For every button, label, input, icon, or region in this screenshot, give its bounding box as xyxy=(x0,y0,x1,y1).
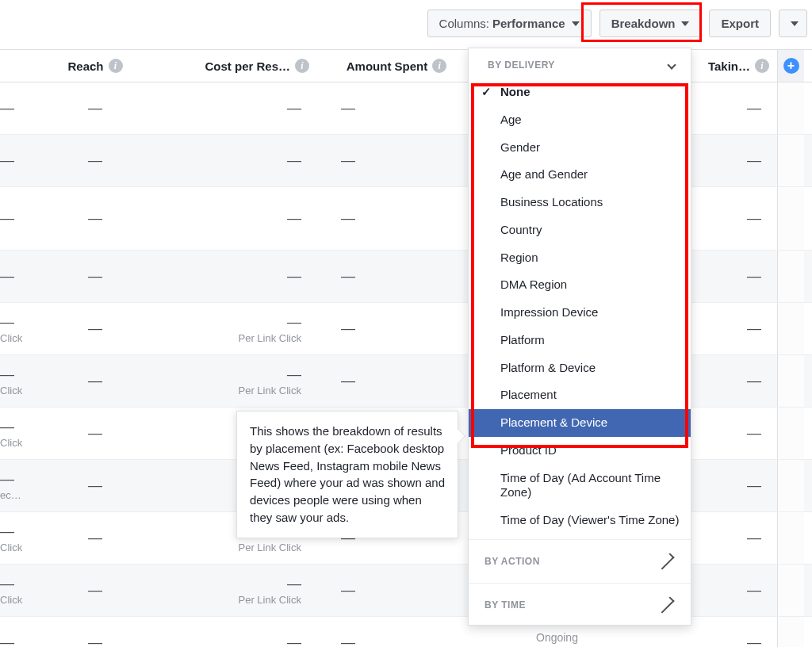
cell: — xyxy=(706,251,777,302)
cell: — xyxy=(317,355,476,407)
cell xyxy=(777,460,804,511)
cell: — xyxy=(706,303,777,354)
menu-item-placement-device[interactable]: Placement & Device xyxy=(469,409,691,437)
menu-item-age[interactable]: Age xyxy=(469,106,691,134)
cell: — xyxy=(32,512,159,564)
toolbar: Columns: Performance Breakdown Export xyxy=(427,10,812,37)
cell: — xyxy=(706,565,777,616)
menu-item-dma-region[interactable]: DMA Region xyxy=(469,271,691,299)
section-header-delivery[interactable]: BY DELIVERY xyxy=(469,48,691,78)
section-header-time[interactable]: BY TIME xyxy=(469,588,691,622)
cell: — xyxy=(0,617,32,647)
export-dropdown-button[interactable] xyxy=(779,10,807,37)
columns-prefix: Columns: xyxy=(439,17,489,30)
menu-item-gender[interactable]: Gender xyxy=(469,134,691,162)
cell: — xyxy=(706,355,777,407)
breakdown-label: Breakdown xyxy=(611,17,676,30)
cell: — xyxy=(706,512,777,564)
cell: — xyxy=(159,617,317,647)
cell xyxy=(777,303,804,354)
cell: —Click xyxy=(0,303,32,354)
cell: — xyxy=(706,135,777,186)
export-label: Export xyxy=(721,17,759,30)
menu-item-tod-account[interactable]: Time of Day (Ad Account Time Zone) xyxy=(469,465,691,507)
column-header-amount-spent[interactable]: Amount Spent i xyxy=(317,50,476,82)
menu-item-placement[interactable]: Placement xyxy=(469,381,691,409)
cell: — xyxy=(317,565,476,616)
column-header-cost-per-result[interactable]: Cost per Res… i xyxy=(159,50,317,82)
cell: — xyxy=(317,617,476,647)
cell: — xyxy=(32,408,159,459)
chevron-right-icon xyxy=(657,553,674,569)
menu-item-none[interactable]: ✓ None xyxy=(469,78,691,106)
cell: —Click xyxy=(0,355,32,407)
chevron-right-icon xyxy=(657,596,674,613)
cell: —Per Link Click xyxy=(159,355,317,407)
export-button[interactable]: Export xyxy=(709,10,771,37)
menu-item-age-gender[interactable]: Age and Gender xyxy=(469,161,691,189)
cell xyxy=(777,355,804,407)
breakdown-dropdown: BY DELIVERY ✓ None Age Gender Age and Ge… xyxy=(468,48,691,626)
cell: — xyxy=(32,460,159,511)
menu-item-platform-device[interactable]: Platform & Device xyxy=(469,354,691,382)
cell xyxy=(777,565,804,616)
cell: — xyxy=(159,251,317,302)
menu-item-impression-device[interactable]: Impression Device xyxy=(469,299,691,327)
plus-icon: + xyxy=(783,58,799,74)
cell xyxy=(777,512,804,564)
cell: — xyxy=(317,135,476,186)
cell: — xyxy=(32,303,159,354)
cell: — xyxy=(32,187,159,250)
check-icon: ✓ xyxy=(481,85,492,100)
columns-button[interactable]: Columns: Performance xyxy=(427,10,592,37)
menu-item-platform[interactable]: Platform xyxy=(469,327,691,354)
info-icon[interactable]: i xyxy=(432,59,446,73)
cell: — xyxy=(159,187,317,250)
cell: — xyxy=(706,82,777,134)
info-icon[interactable]: i xyxy=(295,59,309,73)
cell xyxy=(777,408,804,459)
menu-item-product-id[interactable]: Product ID xyxy=(469,437,691,465)
info-icon[interactable]: i xyxy=(755,59,769,73)
cell: — xyxy=(159,135,317,186)
menu-item-region[interactable]: Region xyxy=(469,244,691,272)
cell: —Per Link Click xyxy=(159,303,317,354)
cell: — xyxy=(0,187,32,250)
cell: — xyxy=(32,617,159,647)
cell xyxy=(777,617,804,647)
caret-down-icon xyxy=(681,21,689,26)
cell: — xyxy=(706,187,777,250)
add-column-button[interactable]: + xyxy=(777,50,804,82)
info-icon[interactable]: i xyxy=(109,59,123,73)
cell: —ec… xyxy=(0,460,32,511)
cell: — xyxy=(0,135,32,186)
cell: — xyxy=(706,460,777,511)
cell xyxy=(777,251,804,302)
cell xyxy=(777,135,804,186)
cell: — xyxy=(317,303,476,354)
cell: — xyxy=(32,135,159,186)
section-header-action[interactable]: BY ACTION xyxy=(469,545,691,578)
menu-item-business-locations[interactable]: Business Locations xyxy=(469,189,691,216)
cell: —Per Link Click xyxy=(159,565,317,616)
header-spacer xyxy=(0,50,32,82)
columns-value: Performance xyxy=(492,17,565,30)
cell: — xyxy=(317,187,476,250)
column-header-reach[interactable]: Reach i xyxy=(32,50,159,82)
chevron-down-icon xyxy=(667,60,676,69)
cell: — xyxy=(317,251,476,302)
caret-down-icon xyxy=(791,21,799,26)
menu-item-country[interactable]: Country xyxy=(469,216,691,244)
cell: — xyxy=(159,82,317,134)
cell: —Click xyxy=(0,512,32,564)
menu-item-tod-viewer[interactable]: Time of Day (Viewer's Time Zone) xyxy=(469,507,691,534)
caret-down-icon xyxy=(572,21,580,26)
status-ongoing: Ongoing xyxy=(536,631,578,644)
cell: — xyxy=(32,355,159,407)
column-header-taking[interactable]: Takin… i xyxy=(706,50,777,82)
cell: — xyxy=(32,251,159,302)
breakdown-button[interactable]: Breakdown xyxy=(599,10,702,37)
cell: — xyxy=(32,82,159,134)
cell: — xyxy=(706,617,777,647)
cell: — xyxy=(706,408,777,459)
